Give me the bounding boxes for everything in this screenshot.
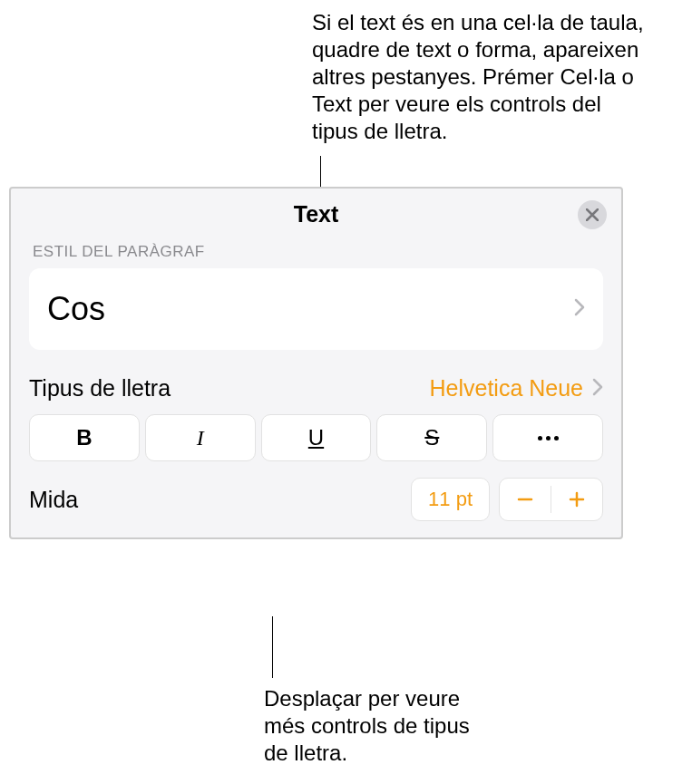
size-row: Mida 11 pt — [29, 478, 603, 521]
ellipsis-icon — [538, 436, 559, 440]
callout-text-top: Si el text és en una cel·la de taula, qu… — [312, 9, 648, 145]
size-stepper — [499, 478, 603, 521]
bold-button[interactable]: B — [29, 414, 140, 461]
callout-line — [272, 616, 273, 678]
plus-icon — [568, 490, 586, 508]
close-icon — [586, 208, 599, 221]
text-style-buttons: B I U S — [29, 414, 603, 461]
size-controls: 11 pt — [411, 478, 603, 521]
paragraph-style-selector[interactable]: Cos — [29, 268, 603, 350]
chevron-right-icon — [574, 298, 585, 320]
minus-icon — [516, 490, 534, 508]
close-button[interactable] — [578, 200, 607, 229]
font-value: Helvetica Neue — [429, 375, 583, 402]
italic-button[interactable]: I — [145, 414, 256, 461]
strikethrough-button[interactable]: S — [376, 414, 487, 461]
size-label: Mida — [29, 487, 78, 513]
panel-title: Text — [294, 201, 339, 227]
more-options-button[interactable] — [492, 414, 603, 461]
font-selector[interactable]: Tipus de lletra Helvetica Neue — [29, 375, 603, 402]
font-value-wrap: Helvetica Neue — [429, 375, 603, 402]
size-value-button[interactable]: 11 pt — [411, 478, 490, 521]
paragraph-style-value: Cos — [47, 290, 105, 328]
panel-header: Text — [11, 189, 621, 239]
font-label: Tipus de lletra — [29, 375, 171, 402]
underline-button[interactable]: U — [261, 414, 372, 461]
decrease-size-button[interactable] — [500, 479, 551, 520]
paragraph-style-label: ESTIL DEL PARÀGRAF — [11, 239, 621, 268]
chevron-right-icon — [592, 378, 603, 400]
increase-size-button[interactable] — [551, 479, 602, 520]
text-format-panel: Text ESTIL DEL PARÀGRAF Cos Tipus de lle… — [9, 187, 623, 539]
callout-text-bottom: Desplaçar per veure més controls de tipu… — [264, 685, 500, 767]
